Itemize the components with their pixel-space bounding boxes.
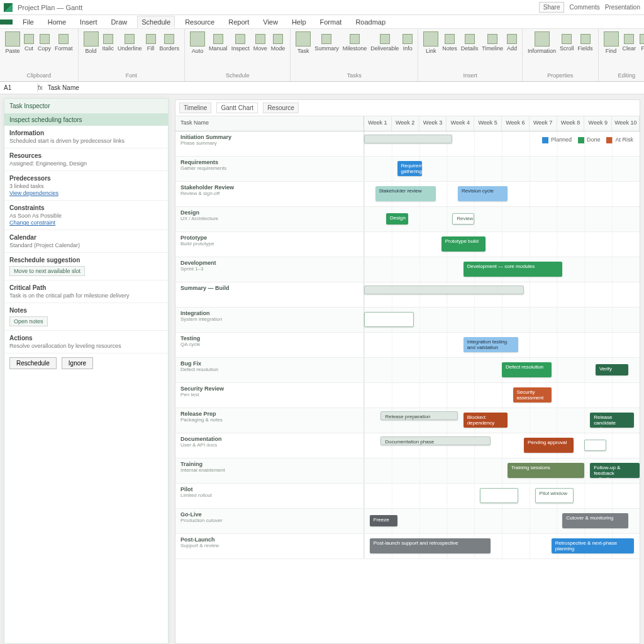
gantt-row[interactable]: DocumentationUser & API docsDocumentatio… bbox=[175, 433, 640, 458]
timescale-unit[interactable]: Week 2 bbox=[392, 116, 419, 131]
gantt-bar[interactable]: Design bbox=[386, 213, 408, 225]
ribbon-btn-scroll[interactable]: Scroll bbox=[560, 34, 574, 52]
ribbon-btn-link[interactable]: Link bbox=[423, 31, 438, 54]
gantt-bar[interactable]: Requirements gathering bbox=[397, 161, 422, 176]
task-name-cell[interactable]: Summary — Build bbox=[175, 282, 364, 307]
gantt-bar[interactable]: Follow-up & feedback collection bbox=[590, 463, 640, 478]
tab-file[interactable]: File bbox=[19, 16, 38, 28]
tab-draw[interactable]: Draw bbox=[108, 16, 131, 28]
tab-insert[interactable]: Insert bbox=[76, 16, 101, 28]
task-name-cell[interactable]: Initiation SummaryPhase summary bbox=[175, 131, 364, 156]
ribbon-btn-move[interactable]: Move bbox=[253, 34, 267, 52]
gantt-lane[interactable] bbox=[364, 131, 640, 156]
ribbon-btn-fill[interactable]: Fill bbox=[146, 34, 156, 52]
ribbon-btn-fields[interactable]: Fields bbox=[578, 34, 593, 52]
gantt-lane[interactable] bbox=[364, 308, 640, 332]
gantt-bar[interactable] bbox=[584, 440, 606, 451]
gantt-bar[interactable]: Pilot window bbox=[535, 488, 574, 503]
ribbon-btn-auto[interactable]: Auto bbox=[190, 31, 205, 54]
task-name-cell[interactable]: PrototypeBuild prototype bbox=[175, 232, 364, 257]
gantt-row[interactable]: Go-LiveProduction cutoverFreezeCutover &… bbox=[175, 509, 640, 534]
ribbon-btn-find[interactable]: Find bbox=[604, 31, 619, 54]
task-name-cell[interactable]: DevelopmentSprint 1–3 bbox=[175, 257, 364, 282]
gantt-row[interactable]: TrainingInternal enablementTraining sess… bbox=[175, 458, 640, 484]
gantt-lane[interactable]: Integration testing and validation bbox=[364, 333, 640, 357]
gantt-bar[interactable]: Development — core modules bbox=[464, 262, 563, 277]
fx-icon[interactable]: fx bbox=[38, 84, 43, 91]
ignore-button[interactable]: Ignore bbox=[62, 357, 93, 369]
gantt-bar[interactable]: Pending approval bbox=[524, 438, 574, 453]
tab-resource[interactable]: Resource bbox=[181, 16, 218, 28]
ribbon-btn-cut[interactable]: Cut bbox=[24, 34, 34, 52]
tab-file[interactable] bbox=[0, 19, 13, 25]
task-name-header[interactable]: Task Name bbox=[175, 116, 364, 131]
task-name-cell[interactable]: Bug FixDefect resolution bbox=[175, 358, 364, 382]
gantt-lane[interactable]: DesignReview bbox=[364, 207, 640, 231]
task-name-cell[interactable]: IntegrationSystem integration bbox=[175, 308, 364, 332]
task-name-cell[interactable]: RequirementsGather requirements bbox=[175, 157, 364, 181]
gantt-bar[interactable]: Release preparation bbox=[380, 411, 458, 420]
gantt-bar[interactable]: Defect resolution bbox=[502, 362, 552, 377]
gantt-row[interactable]: DevelopmentSprint 1–3Development — core … bbox=[175, 257, 640, 282]
timescale-unit[interactable]: Week 9 bbox=[584, 116, 612, 131]
inspector-link[interactable]: View dependencies bbox=[9, 190, 58, 196]
gantt-lane[interactable]: Pilot window bbox=[364, 484, 640, 508]
timescale-unit[interactable]: Week 6 bbox=[502, 116, 530, 131]
gantt-row[interactable]: Security ReviewPen testSecurity assessme… bbox=[175, 383, 640, 408]
gantt-lane[interactable]: Post-launch support and retrospectiveRet… bbox=[364, 534, 640, 558]
ribbon-btn-italic[interactable]: Italic bbox=[103, 34, 114, 52]
formula-value[interactable]: Task Name bbox=[43, 83, 84, 92]
gantt-row[interactable]: Summary — Build bbox=[175, 282, 640, 308]
timescale-unit[interactable]: Week 1 bbox=[364, 116, 392, 131]
tab-view[interactable]: View bbox=[259, 16, 282, 28]
task-name-cell[interactable]: Stakeholder ReviewReview & sign-off bbox=[175, 182, 364, 206]
gantt-bar[interactable]: Freeze bbox=[370, 515, 397, 526]
gantt-bar[interactable]: Training sessions bbox=[508, 463, 585, 478]
task-name-cell[interactable]: DesignUX / Architecture bbox=[175, 207, 364, 231]
gantt-row[interactable]: IntegrationSystem integration bbox=[175, 308, 640, 333]
gantt-lane[interactable]: Documentation phasePending approval bbox=[364, 433, 640, 458]
gantt-row[interactable]: Bug FixDefect resolutionDefect resolutio… bbox=[175, 358, 640, 383]
tab-help[interactable]: Help bbox=[288, 16, 310, 28]
gantt-bar[interactable]: Blocked: dependency bbox=[464, 413, 508, 428]
timescale-unit[interactable]: Week 4 bbox=[447, 116, 474, 131]
timescale-unit[interactable]: Week 3 bbox=[419, 116, 447, 131]
inspector-chip[interactable]: Move to next available slot bbox=[9, 266, 85, 276]
comments-button[interactable]: Comments bbox=[569, 4, 599, 11]
ribbon-btn-format[interactable]: Format bbox=[55, 34, 73, 52]
gantt-lane[interactable]: Release preparationBlocked: dependencyRe… bbox=[364, 408, 640, 433]
gantt-bar[interactable] bbox=[364, 135, 452, 143]
ribbon-btn-bold[interactable]: Bold bbox=[84, 31, 99, 54]
gantt-bar[interactable]: Post-launch support and retrospective bbox=[370, 538, 491, 553]
ribbon-btn-info[interactable]: Info bbox=[402, 34, 413, 52]
gantt-bar[interactable]: Documentation phase bbox=[380, 436, 491, 445]
ribbon-btn-borders[interactable]: Borders bbox=[160, 34, 180, 52]
ribbon-btn-underline[interactable]: Underline bbox=[118, 34, 142, 52]
ribbon-btn-add[interactable]: Add bbox=[507, 34, 517, 52]
gantt-row[interactable]: RequirementsGather requirementsRequireme… bbox=[175, 157, 640, 182]
gantt-row[interactable]: Initiation SummaryPhase summary bbox=[175, 131, 640, 157]
gantt-bar[interactable]: Prototype build bbox=[441, 236, 486, 252]
task-name-cell[interactable]: Security ReviewPen test bbox=[175, 383, 364, 408]
gantt-bar[interactable]: Cutover & monitoring bbox=[562, 513, 628, 528]
gantt-lane[interactable]: Requirements gathering bbox=[364, 157, 640, 181]
gantt-bar[interactable]: Revision cycle bbox=[458, 186, 508, 201]
gantt-lane[interactable]: Development — core modules bbox=[364, 257, 640, 282]
gantt-lane[interactable]: Training sessionsFollow-up & feedback co… bbox=[364, 458, 640, 483]
gantt-bar[interactable] bbox=[364, 312, 414, 327]
tab-home[interactable]: Home bbox=[44, 16, 70, 28]
gantt-lane[interactable]: FreezeCutover & monitoring bbox=[364, 509, 640, 533]
ribbon-btn-paste[interactable]: Paste bbox=[5, 31, 20, 54]
ribbon-btn-clear[interactable]: Clear bbox=[623, 34, 636, 52]
gantt-lane[interactable] bbox=[364, 282, 640, 307]
task-name-cell[interactable]: DocumentationUser & API docs bbox=[175, 433, 364, 458]
tab-format[interactable]: Format bbox=[316, 16, 346, 28]
gantt-bar[interactable]: Stakeholder review bbox=[375, 186, 436, 201]
gantt-bar[interactable]: Release candidate review bbox=[590, 413, 634, 428]
gantt-bar[interactable]: Integration testing and validation bbox=[464, 337, 519, 352]
gantt-row[interactable]: PilotLimited rolloutPilot window bbox=[175, 484, 640, 509]
gantt-row[interactable]: Stakeholder ReviewReview & sign-offStake… bbox=[175, 182, 640, 207]
gantt-tab-timeline[interactable]: Timeline bbox=[179, 103, 211, 113]
gantt-row[interactable]: Release PrepPackaging & notesRelease pre… bbox=[175, 408, 640, 433]
ribbon-btn-deliverable[interactable]: Deliverable bbox=[370, 34, 399, 52]
